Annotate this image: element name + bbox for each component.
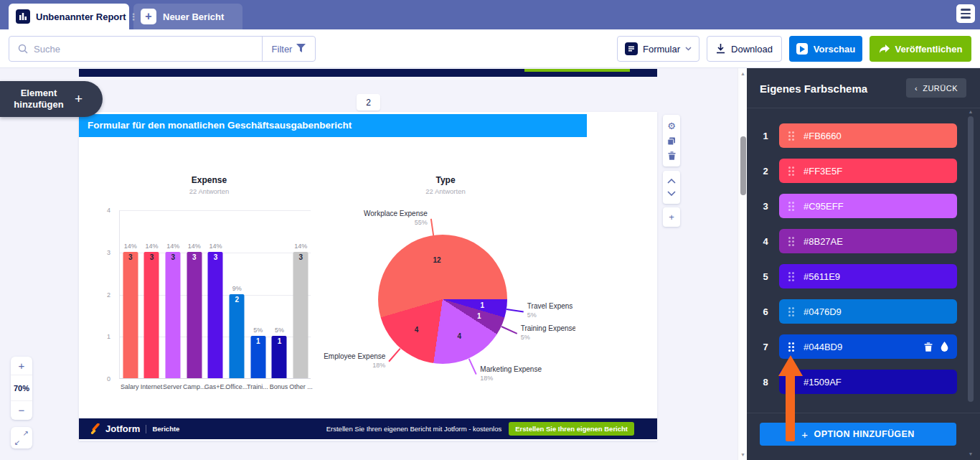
back-button[interactable]: ‹ ZURÜCK <box>906 78 966 98</box>
color-swatch[interactable]: #FB6660 <box>779 123 957 148</box>
toolbar: Filter Formular Download Vorschau <box>0 29 980 68</box>
jotform-logo-icon <box>90 423 101 434</box>
color-swatch[interactable]: #FF3E5F <box>779 159 957 183</box>
annotation-arrow-head <box>778 355 803 376</box>
funnel-icon <box>296 44 306 55</box>
bar[interactable]: 2 <box>230 294 245 379</box>
color-row: 5#5611E9 <box>760 264 969 288</box>
scroll-up-arrow[interactable]: ▲ <box>738 71 747 76</box>
bar-value-label: 1 <box>250 337 265 345</box>
pie-chart-title: Type <box>316 175 575 185</box>
bar[interactable]: 1 <box>250 336 265 378</box>
pie-chart-subtitle: 22 Antworten <box>316 187 575 195</box>
color-swatch[interactable]: #0476D9 <box>779 299 957 324</box>
expand-ne-icon: ↗ <box>23 429 29 437</box>
drag-handle-icon[interactable] <box>788 342 794 352</box>
bar[interactable]: 1 <box>272 336 287 378</box>
settings-gear-icon[interactable]: ⚙ <box>667 121 676 131</box>
report-page[interactable]: Formular für den monatlichen Geschäftsau… <box>79 112 657 441</box>
publish-button[interactable]: Veröffentlichen <box>870 36 971 62</box>
color-hex-label: #0476D9 <box>804 306 842 317</box>
move-down-icon[interactable] <box>667 191 676 196</box>
bar-value-label: 3 <box>293 253 308 261</box>
previous-page-button-edge <box>524 69 630 72</box>
color-row: 2#FF3E5F <box>760 159 969 183</box>
pie-slice-name: Training Expense <box>521 324 575 333</box>
download-icon <box>716 44 725 54</box>
x-axis-label: Office... <box>225 383 247 390</box>
sidebar-scroll-down-arrow[interactable]: ▼ <box>966 451 976 456</box>
drag-handle-icon[interactable] <box>788 237 794 246</box>
bar-chart[interactable]: Expense 22 Antworten 01234 314%314%314%3… <box>93 175 325 399</box>
tab-new-report[interactable]: + Neuer Bericht <box>133 4 242 29</box>
pie-leader-line <box>501 326 517 334</box>
hamburger-menu-button[interactable] <box>956 4 975 23</box>
bar[interactable]: 3 <box>144 252 159 378</box>
color-droplet-icon[interactable] <box>941 342 948 352</box>
zoom-in-button[interactable]: + <box>11 357 32 375</box>
trash-icon[interactable] <box>924 342 933 352</box>
bar-chart-title: Expense <box>93 175 325 185</box>
canvas-scrollbar: ▲ ▼ <box>738 68 747 460</box>
bar[interactable]: 3 <box>187 252 202 378</box>
pie-callout-label: Workplace Expense55% <box>364 210 428 227</box>
footer-cta-button[interactable]: Erstellen Sie Ihren eigenen Bericht <box>509 422 634 436</box>
panel-divider <box>747 413 980 413</box>
move-up-icon[interactable] <box>667 179 676 184</box>
footer-divider <box>146 425 146 433</box>
drag-handle-icon[interactable] <box>788 166 794 176</box>
pie-chart[interactable]: Type 22 Antworten 1Travel Expens5%1Train… <box>316 175 575 416</box>
preview-button[interactable]: Vorschau <box>789 36 862 62</box>
drag-handle-icon[interactable] <box>788 202 794 211</box>
bar-slot: 314% <box>141 210 163 378</box>
color-row: 1#FB6660 <box>760 123 969 148</box>
color-index: 5 <box>760 271 771 282</box>
drag-handle-icon[interactable] <box>788 272 794 281</box>
bar[interactable]: 3 <box>293 252 308 378</box>
fit-screen-button[interactable]: ↗ ↙ <box>11 427 32 449</box>
sidebar-scroll-up-arrow[interactable]: ▲ <box>966 109 976 114</box>
color-swatch[interactable]: #C95EFF <box>779 194 957 218</box>
search-input[interactable] <box>34 44 262 55</box>
color-hex-label: #1509AF <box>804 377 842 388</box>
trash-icon[interactable] <box>668 151 676 160</box>
bar[interactable]: 3 <box>166 252 181 378</box>
bar[interactable]: 3 <box>123 252 138 378</box>
plus-icon[interactable]: + <box>669 212 674 222</box>
play-icon <box>796 43 808 55</box>
pie-slice-pct: 18% <box>324 361 385 370</box>
color-swatch[interactable]: #1509AF <box>779 370 957 394</box>
color-hex-label: #FB6660 <box>804 131 842 141</box>
bar-value-label: 2 <box>230 296 245 304</box>
color-row: 4#8B27AE <box>760 229 969 253</box>
bar[interactable]: 3 <box>208 252 223 378</box>
scroll-down-arrow[interactable]: ▼ <box>738 452 747 457</box>
drag-handle-icon[interactable] <box>788 307 794 316</box>
element-move-controls <box>663 171 680 204</box>
panel-title: Eigenes Farbschema <box>760 83 867 95</box>
pie-slice-pct: 55% <box>364 218 428 227</box>
expand-sw-icon: ↙ <box>14 438 20 446</box>
color-swatch[interactable]: #8B27AE <box>779 229 957 253</box>
duplicate-icon[interactable] <box>667 137 676 146</box>
color-hex-label: #FF3E5F <box>804 166 842 177</box>
drag-handle-icon[interactable] <box>788 131 794 141</box>
sidebar-scrollbar-thumb[interactable] <box>968 116 974 402</box>
canvas-scrollbar-thumb[interactable] <box>740 136 746 195</box>
download-button[interactable]: Download <box>707 36 782 62</box>
color-swatch[interactable]: #044BD9 <box>779 334 957 359</box>
filter-button[interactable]: Filter <box>262 37 315 61</box>
x-axis-label: Other ... <box>289 383 311 390</box>
bar-value-label: 3 <box>144 253 159 261</box>
color-swatch[interactable]: #5611E9 <box>779 264 957 288</box>
tab-active-report[interactable]: Unbenannter Report ⋮ <box>9 4 129 29</box>
bar-value-label: 1 <box>272 337 287 345</box>
x-axis-label: Gas+E... <box>204 383 226 390</box>
y-axis-tick-label: 0 <box>107 375 110 382</box>
add-element-button[interactable]: Element hinzufügen + <box>0 81 103 117</box>
pie-value-label: 1 <box>477 312 481 320</box>
form-select-dropdown[interactable]: Formular <box>617 36 699 62</box>
page-title-bar[interactable]: Formular für den monatlichen Geschäftsau… <box>79 114 587 137</box>
zoom-out-button[interactable]: − <box>11 400 32 419</box>
color-index: 8 <box>760 377 771 388</box>
